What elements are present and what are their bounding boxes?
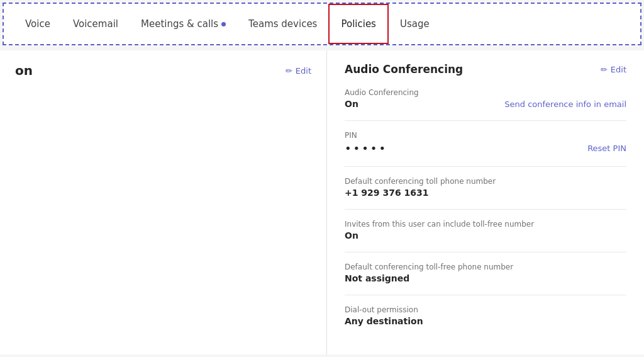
field-pin: PIN ••••• Reset PIN bbox=[345, 131, 626, 155]
field-invites-toll-free-label: Invites from this user can include toll-… bbox=[345, 220, 626, 229]
field-default-toll-free-value: Not assigned bbox=[345, 273, 409, 283]
field-pin-label: PIN bbox=[345, 131, 626, 140]
field-default-toll: Default conferencing toll phone number +… bbox=[345, 177, 626, 198]
send-conference-info-button[interactable]: Send conference info in email bbox=[504, 99, 626, 109]
field-pin-value: ••••• bbox=[345, 142, 387, 155]
tab-voice-label: Voice bbox=[25, 18, 50, 30]
field-invites-toll-free-value: On bbox=[345, 230, 358, 241]
left-panel: on ✏ Edit bbox=[0, 50, 327, 354]
field-default-toll-free-label: Default conferencing toll-free phone num… bbox=[345, 263, 626, 271]
field-invites-toll-free: Invites from this user can include toll-… bbox=[345, 220, 626, 241]
tab-meetings-calls[interactable]: Meetings & calls bbox=[130, 4, 237, 44]
tab-usage[interactable]: Usage bbox=[389, 4, 441, 44]
tab-teams-devices-label: Teams devices bbox=[248, 18, 317, 30]
field-default-toll-free-row: Not assigned bbox=[345, 273, 626, 283]
field-audio-conferencing: Audio Conferencing On Send conference in… bbox=[345, 88, 626, 109]
right-edit-label: Edit bbox=[611, 65, 626, 74]
divider-5 bbox=[345, 295, 626, 295]
field-dialout-permission-value: Any destination bbox=[345, 316, 423, 326]
field-pin-row: ••••• Reset PIN bbox=[345, 142, 626, 155]
tab-voicemail-label: Voicemail bbox=[73, 18, 118, 30]
right-panel-title: Audio Conferencing bbox=[345, 63, 463, 76]
tab-voicemail[interactable]: Voicemail bbox=[62, 4, 130, 44]
tab-voice[interactable]: Voice bbox=[14, 4, 62, 44]
field-dialout-permission-label: Dial-out permission bbox=[345, 305, 626, 314]
tab-meetings-calls-label: Meetings & calls bbox=[141, 18, 218, 30]
left-panel-title: on bbox=[15, 63, 33, 78]
tab-teams-devices[interactable]: Teams devices bbox=[237, 4, 328, 44]
field-default-toll-value: +1 929 376 1631 bbox=[345, 188, 429, 198]
field-dialout-permission: Dial-out permission Any destination bbox=[345, 305, 626, 326]
divider-1 bbox=[345, 120, 626, 121]
left-panel-header: on ✏ Edit bbox=[15, 63, 311, 78]
divider-3 bbox=[345, 209, 626, 210]
field-default-toll-row: +1 929 376 1631 bbox=[345, 188, 626, 198]
page-wrapper: Voice Voicemail Meetings & calls Teams d… bbox=[0, 3, 644, 357]
field-audio-conferencing-value: On bbox=[345, 99, 358, 109]
tab-policies[interactable]: Policies bbox=[328, 4, 388, 44]
left-edit-label: Edit bbox=[296, 66, 311, 76]
meetings-calls-dot bbox=[221, 22, 226, 26]
divider-4 bbox=[345, 252, 626, 252]
field-dialout-permission-row: Any destination bbox=[345, 316, 626, 326]
edit-icon-left: ✏ bbox=[286, 66, 292, 76]
right-panel: Audio Conferencing ✏ Edit Audio Conferen… bbox=[327, 50, 644, 354]
tab-usage-label: Usage bbox=[400, 18, 430, 30]
field-default-toll-label: Default conferencing toll phone number bbox=[345, 177, 626, 186]
right-panel-edit-button[interactable]: ✏ Edit bbox=[601, 65, 626, 74]
left-panel-edit-button[interactable]: ✏ Edit bbox=[286, 66, 311, 76]
reset-pin-button[interactable]: Reset PIN bbox=[587, 144, 626, 153]
content-area: on ✏ Edit Audio Conferencing ✏ Edit Audi… bbox=[0, 45, 644, 354]
field-invites-toll-free-row: On bbox=[345, 230, 626, 241]
field-audio-conferencing-label: Audio Conferencing bbox=[345, 88, 626, 97]
field-audio-conferencing-row: On Send conference info in email bbox=[345, 99, 626, 109]
field-default-toll-free: Default conferencing toll-free phone num… bbox=[345, 263, 626, 283]
divider-2 bbox=[345, 166, 626, 167]
tab-bar: Voice Voicemail Meetings & calls Teams d… bbox=[3, 3, 641, 45]
tab-policies-label: Policies bbox=[341, 18, 375, 30]
right-panel-header: Audio Conferencing ✏ Edit bbox=[345, 63, 626, 76]
edit-icon-right: ✏ bbox=[601, 65, 608, 74]
